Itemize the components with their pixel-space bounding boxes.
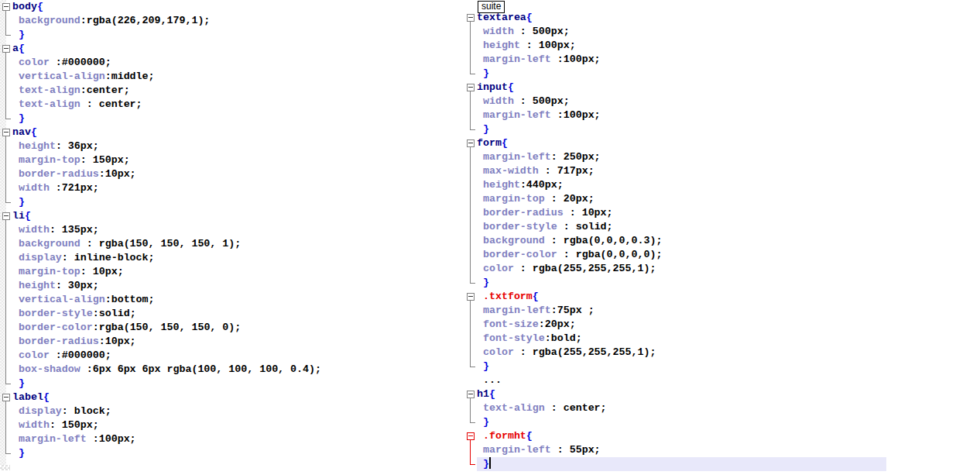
- code-token-val: [12, 363, 19, 375]
- code-line[interactable]: margin-left :100px;: [0, 432, 321, 446]
- code-token-val: ...: [477, 374, 502, 386]
- fold-collapse-toggle-icon[interactable]: [2, 3, 10, 11]
- fold-line: [5, 432, 6, 446]
- code-line[interactable]: background:rgba(226,209,179,1);: [0, 14, 321, 28]
- code-line[interactable]: color :#000000;: [0, 56, 321, 70]
- code-line[interactable]: width: 150px;: [0, 418, 321, 432]
- fold-collapse-toggle-icon[interactable]: [2, 212, 10, 220]
- code-token-val: [12, 196, 19, 208]
- code-line[interactable]: }: [0, 112, 321, 126]
- code-line[interactable]: box-shadow :6px 6px 6px rgba(100, 100, 1…: [0, 363, 321, 377]
- code-text: }: [12, 195, 25, 209]
- code-line[interactable]: }: [0, 446, 321, 460]
- code-token-prop: font-size: [483, 318, 539, 330]
- code-line[interactable]: ...: [464, 373, 886, 387]
- code-line[interactable]: .txtform{: [464, 290, 886, 304]
- code-line[interactable]: color : rgba(255,255,255,1);: [464, 262, 886, 276]
- code-token-val: :721px;: [50, 182, 99, 194]
- code-line[interactable]: display: block;: [0, 404, 321, 418]
- code-line[interactable]: height: 30px;: [0, 279, 321, 293]
- code-line[interactable]: textarea{: [464, 11, 886, 25]
- css-code-column-right[interactable]: textarea{ width : 500px; height : 100px;…: [464, 11, 886, 471]
- code-token-sel: textarea: [477, 12, 526, 23]
- fold-line: [5, 14, 6, 28]
- code-line[interactable]: vertical-align:bottom;: [0, 293, 321, 307]
- code-line[interactable]: border-radius:10px;: [0, 167, 321, 181]
- code-line[interactable]: a{: [0, 42, 321, 56]
- fold-gutter: [464, 150, 477, 164]
- fold-line: [5, 349, 6, 363]
- fold-line: [5, 377, 6, 384]
- code-line[interactable]: input{: [464, 81, 886, 95]
- code-line[interactable]: }: [464, 122, 886, 136]
- code-line[interactable]: background : rgba(0,0,0,0.3);: [464, 234, 886, 248]
- code-line[interactable]: }: [464, 360, 886, 373]
- code-line[interactable]: margin-left: 250px;: [464, 150, 886, 164]
- code-line[interactable]: margin-left :100px;: [464, 53, 886, 67]
- code-line[interactable]: border-color : rgba(0,0,0,0);: [464, 248, 886, 262]
- code-line[interactable]: border-style : solid;: [464, 220, 886, 234]
- fold-line: [5, 153, 6, 167]
- code-token-val: [477, 318, 483, 330]
- code-line[interactable]: border-radius : 10px;: [464, 206, 886, 220]
- css-code-column-left[interactable]: body{ background:rgba(226,209,179,1); }a…: [0, 0, 321, 460]
- code-line[interactable]: }: [0, 195, 321, 209]
- fold-collapse-toggle-icon[interactable]: [2, 45, 10, 53]
- fold-collapse-toggle-icon[interactable]: [2, 394, 10, 401]
- code-line[interactable]: color : rgba(255,255,255,1);: [464, 346, 886, 360]
- code-line[interactable]: }: [464, 67, 886, 81]
- fold-gutter: [464, 262, 477, 276]
- fold-collapse-toggle-icon[interactable]: [467, 14, 475, 22]
- code-line[interactable]: width :721px;: [0, 181, 321, 195]
- code-line[interactable]: }: [464, 457, 886, 471]
- code-line[interactable]: height:440px;: [464, 178, 886, 192]
- code-text: margin-top: 150px;: [12, 153, 130, 167]
- code-token-op: }: [19, 196, 25, 208]
- code-line[interactable]: li{: [0, 209, 321, 223]
- code-line[interactable]: .formht{: [464, 429, 886, 443]
- fold-collapse-toggle-icon[interactable]: [467, 432, 475, 440]
- code-line[interactable]: }: [0, 377, 321, 391]
- code-line[interactable]: border-color:rgba(150, 150, 150, 0);: [0, 321, 321, 335]
- code-line[interactable]: h1{: [464, 387, 886, 401]
- code-line[interactable]: max-width : 717px;: [464, 164, 886, 178]
- code-token-prop: color: [19, 57, 50, 68]
- code-line[interactable]: margin-left :100px;: [464, 108, 886, 122]
- code-line[interactable]: width : 500px;: [464, 95, 886, 108]
- code-line[interactable]: height: 36px;: [0, 139, 321, 153]
- code-line[interactable]: width : 500px;: [464, 25, 886, 39]
- code-line[interactable]: margin-top : 20px;: [464, 192, 886, 206]
- code-line[interactable]: }: [464, 276, 886, 290]
- code-line[interactable]: margin-left : 55px;: [464, 443, 886, 457]
- code-line[interactable]: }: [0, 28, 321, 42]
- code-line[interactable]: border-style:solid;: [0, 307, 321, 321]
- code-line[interactable]: margin-left:75px ;: [464, 304, 886, 318]
- code-line[interactable]: width: 135px;: [0, 223, 321, 237]
- code-line[interactable]: text-align : center;: [464, 401, 886, 415]
- fold-collapse-toggle-icon[interactable]: [467, 391, 475, 398]
- code-line[interactable]: font-size:20px;: [464, 318, 886, 332]
- code-token-prop: vertical-align: [19, 294, 105, 305]
- code-line[interactable]: nav{: [0, 126, 321, 139]
- fold-collapse-toggle-icon[interactable]: [467, 293, 475, 301]
- code-editor: body{ background:rgba(226,209,179,1); }a…: [0, 0, 980, 475]
- fold-collapse-toggle-icon[interactable]: [467, 84, 475, 91]
- code-line[interactable]: label{: [0, 391, 321, 404]
- code-line[interactable]: text-align : center;: [0, 98, 321, 112]
- code-line[interactable]: vertical-align:middle;: [0, 70, 321, 84]
- code-line[interactable]: height : 100px;: [464, 39, 886, 53]
- code-line[interactable]: form{: [464, 136, 886, 150]
- code-line[interactable]: font-style:bold;: [464, 332, 886, 346]
- code-line[interactable]: margin-top: 150px;: [0, 153, 321, 167]
- code-line[interactable]: border-radius:10px;: [0, 335, 321, 349]
- fold-collapse-toggle-icon[interactable]: [2, 129, 10, 136]
- code-line[interactable]: body{: [0, 0, 321, 14]
- code-line[interactable]: display: inline-block;: [0, 251, 321, 265]
- fold-collapse-toggle-icon[interactable]: [467, 139, 475, 147]
- code-line[interactable]: background : rgba(150, 150, 150, 1);: [0, 237, 321, 251]
- code-line[interactable]: margin-top: 10px;: [0, 265, 321, 279]
- code-line[interactable]: color :#000000;: [0, 349, 321, 363]
- code-line[interactable]: }: [464, 415, 886, 429]
- fold-line: [470, 178, 471, 192]
- code-line[interactable]: text-align:center;: [0, 84, 321, 98]
